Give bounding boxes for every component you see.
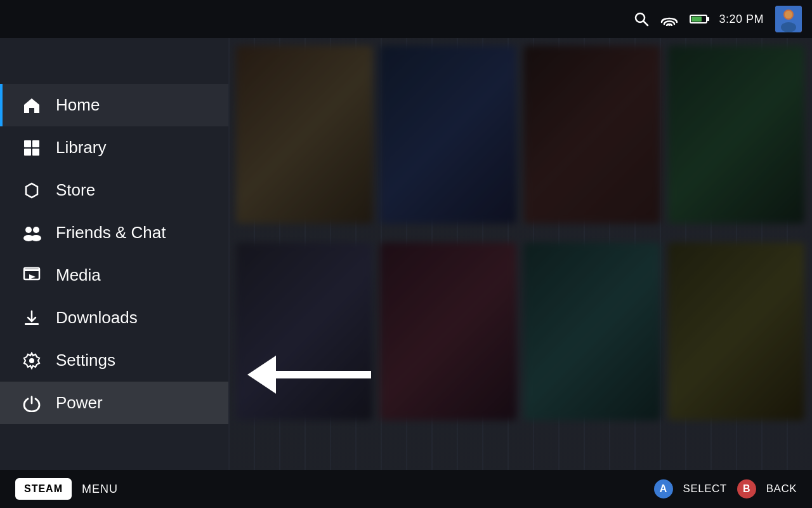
power-icon [22, 394, 42, 412]
game-thumb-6 [380, 243, 516, 420]
sidebar-item-settings-label: Settings [56, 351, 115, 370]
game-thumb-3 [524, 46, 660, 224]
svg-rect-9 [24, 149, 31, 156]
sidebar-item-friends[interactable]: Friends & Chat [0, 211, 228, 254]
sidebar-item-downloads[interactable]: Downloads [0, 297, 228, 339]
thumbnail-row-top [228, 38, 812, 231]
svg-point-2 [669, 25, 671, 27]
back-arrow-indicator [247, 356, 371, 394]
search-icon[interactable] [634, 11, 649, 27]
arrow-shaft [276, 371, 371, 378]
store-icon [22, 182, 42, 199]
friends-icon [22, 225, 42, 241]
game-thumb-4 [668, 46, 804, 224]
signal-icon [660, 12, 678, 26]
media-icon [22, 267, 42, 284]
arrow-head [247, 356, 276, 394]
sidebar-item-power-label: Power [56, 393, 103, 413]
bottombar: STEAM MENU A SELECT B BACK [0, 470, 812, 508]
svg-point-13 [33, 227, 39, 233]
avatar[interactable] [775, 6, 802, 32]
svg-point-11 [25, 227, 32, 233]
game-thumb-8 [668, 243, 804, 420]
bottom-right-controls: A SELECT B BACK [654, 479, 797, 498]
library-icon [22, 139, 42, 157]
svg-rect-18 [25, 323, 39, 325]
svg-point-14 [31, 235, 41, 241]
svg-rect-7 [24, 140, 31, 147]
main-content [228, 38, 812, 470]
sidebar-item-library[interactable]: Library [0, 126, 228, 169]
btn-a[interactable]: A [654, 479, 673, 498]
svg-point-6 [785, 11, 792, 18]
btn-b[interactable]: B [737, 479, 756, 498]
sidebar-item-downloads-label: Downloads [56, 308, 138, 328]
downloads-icon [22, 309, 42, 327]
sidebar-item-home[interactable]: Home [0, 84, 228, 126]
thumbnail-row-bottom [228, 235, 812, 428]
arrow-left [247, 356, 371, 394]
sidebar-item-store[interactable]: Store [0, 169, 228, 211]
game-thumb-1 [236, 46, 372, 224]
back-label: BACK [766, 483, 797, 495]
sidebar-item-home-label: Home [56, 95, 100, 115]
game-thumb-7 [524, 243, 660, 420]
game-thumb-5 [236, 243, 372, 420]
settings-icon [22, 352, 42, 370]
svg-line-1 [644, 22, 648, 26]
sidebar: Home Library Store [0, 38, 228, 470]
game-thumb-2 [380, 46, 516, 224]
svg-rect-8 [32, 140, 39, 147]
sidebar-item-media-label: Media [56, 265, 101, 285]
sidebar-item-power[interactable]: Power [0, 382, 228, 424]
sidebar-item-friends-label: Friends & Chat [56, 223, 166, 243]
home-icon [22, 97, 42, 114]
topbar: 3:20 PM [0, 0, 812, 38]
svg-point-5 [781, 22, 796, 32]
sidebar-item-settings[interactable]: Settings [0, 339, 228, 382]
sidebar-item-library-label: Library [56, 138, 106, 157]
svg-rect-10 [32, 149, 39, 156]
sidebar-item-media[interactable]: Media [0, 254, 228, 297]
select-label: SELECT [683, 483, 727, 495]
sidebar-item-store-label: Store [56, 180, 95, 200]
svg-point-19 [29, 358, 34, 363]
svg-rect-16 [24, 269, 39, 271]
clock: 3:20 PM [719, 13, 764, 26]
battery-icon [690, 15, 707, 23]
steam-button[interactable]: STEAM [15, 478, 72, 500]
menu-label: MENU [82, 483, 118, 496]
